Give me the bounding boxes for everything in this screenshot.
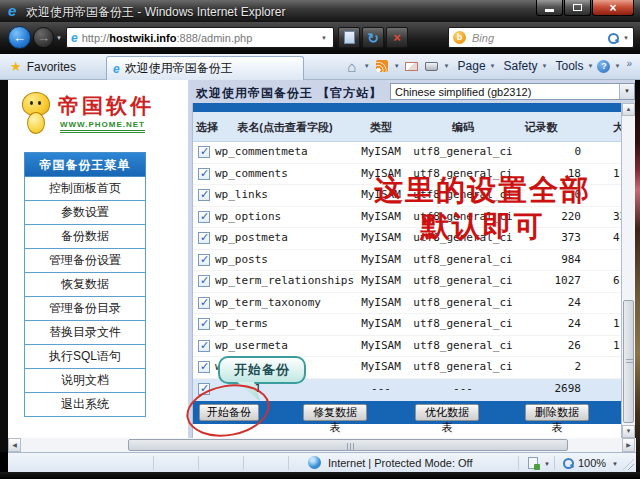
horizontal-scrollbar-thumb[interactable] bbox=[128, 439, 568, 451]
row-checkbox[interactable] bbox=[198, 254, 210, 266]
table-type: MyISAM bbox=[351, 360, 411, 373]
sidebar-menu-item[interactable]: 备份数据 bbox=[24, 225, 146, 249]
sidebar-menu-item[interactable]: 控制面板首页 bbox=[24, 177, 146, 201]
help-icon[interactable]: ? bbox=[597, 60, 610, 73]
scroll-down-icon[interactable]: ▼ bbox=[622, 425, 635, 438]
row-checkbox[interactable] bbox=[198, 361, 210, 373]
status-bar: Internet | Protected Mode: Off ▼ 100% ▼ bbox=[8, 452, 636, 472]
sidebar-menu-item[interactable]: 参数设置 bbox=[24, 201, 146, 225]
search-placeholder: Bing bbox=[472, 32, 494, 44]
print-icon[interactable] bbox=[424, 58, 440, 74]
table-name-link[interactable]: wp_options bbox=[215, 210, 281, 223]
smartscreen-dropdown-icon[interactable]: ▼ bbox=[544, 461, 550, 467]
back-button[interactable]: ← bbox=[8, 26, 31, 49]
scroll-up-icon[interactable]: ▲ bbox=[622, 103, 635, 116]
table-type: MyISAM bbox=[351, 317, 411, 330]
table-name-link[interactable]: wp_usermeta bbox=[215, 339, 288, 352]
minimize-button[interactable] bbox=[536, 0, 563, 16]
row-checkbox[interactable] bbox=[198, 275, 210, 287]
search-icon[interactable] bbox=[607, 32, 619, 44]
tools-dropdown-icon[interactable]: ▼ bbox=[588, 63, 594, 69]
table-row: wp_term_taxonomy MyISAM utf8_general_ci … bbox=[193, 293, 621, 315]
active-tab[interactable]: e 欢迎使用帝国备份王 bbox=[106, 56, 304, 80]
compatibility-view-button[interactable] bbox=[338, 27, 360, 48]
vertical-scrollbar-thumb[interactable] bbox=[623, 300, 634, 423]
address-dropdown-icon[interactable]: ▼ bbox=[319, 35, 329, 41]
row-checkbox[interactable] bbox=[198, 168, 210, 180]
email-icon[interactable] bbox=[404, 58, 420, 74]
resize-grip[interactable] bbox=[623, 459, 634, 470]
table-records: 24 bbox=[503, 317, 581, 330]
table-name-link[interactable]: wp_comments bbox=[215, 167, 288, 180]
refresh-button[interactable]: ↻ bbox=[362, 27, 384, 48]
tools-menu[interactable]: Tools bbox=[556, 59, 584, 73]
close-button[interactable]: × bbox=[592, 0, 634, 16]
page-dropdown-icon[interactable]: ▼ bbox=[490, 63, 496, 69]
sidebar-menu-item[interactable]: 说明文档 bbox=[24, 369, 146, 393]
charset-select[interactable]: Chinese simplified (gb2312) ▼ bbox=[390, 83, 635, 100]
favorites-button[interactable]: ★ Favorites bbox=[10, 59, 76, 74]
search-dropdown-icon[interactable]: ▼ bbox=[623, 35, 629, 41]
sidebar-menu-item[interactable]: 替换目录文件 bbox=[24, 321, 146, 345]
horizontal-scrollbar[interactable]: ◀ ▶ bbox=[8, 438, 636, 452]
row-checkbox[interactable] bbox=[198, 318, 210, 330]
row-checkbox[interactable] bbox=[198, 297, 210, 309]
vertical-scrollbar[interactable]: ▲ ▼ bbox=[622, 103, 635, 438]
maximize-button[interactable] bbox=[564, 0, 591, 16]
sidebar-menu-item[interactable]: 退出系统 bbox=[24, 393, 146, 417]
zone-status-text: Internet | Protected Mode: Off bbox=[328, 457, 473, 469]
url-host: hostwiki.info bbox=[109, 32, 176, 44]
table-name-link[interactable]: wp_postmeta bbox=[215, 231, 288, 244]
table-name-link[interactable]: wp_posts bbox=[215, 253, 268, 266]
table-name-link[interactable]: wp_links bbox=[215, 188, 268, 201]
rss-dropdown-icon[interactable]: ▼ bbox=[394, 63, 400, 69]
sidebar-menu-item[interactable]: 管理备份目录 bbox=[24, 297, 146, 321]
address-bar[interactable]: e http://hostwiki.info:888/admin.php ▼ bbox=[66, 27, 334, 48]
page-menu[interactable]: Page bbox=[458, 59, 486, 73]
stop-button[interactable]: × bbox=[386, 27, 408, 48]
repair-tables-button[interactable]: 修复数据表 bbox=[303, 404, 367, 421]
scroll-left-icon[interactable]: ◀ bbox=[8, 438, 21, 452]
table-size: 1 bbox=[613, 339, 622, 352]
smartscreen-icon[interactable] bbox=[528, 457, 538, 469]
row-checkbox[interactable] bbox=[198, 232, 210, 244]
charset-dropdown-icon[interactable]: ▼ bbox=[619, 84, 634, 99]
table-name-link[interactable]: wp_term_relationships bbox=[215, 274, 354, 287]
header-encoding: 编码 bbox=[415, 112, 511, 142]
ie-window: e 欢迎使用帝国备份王 - Windows Internet Explorer … bbox=[0, 0, 640, 479]
row-checkbox[interactable] bbox=[198, 211, 210, 223]
overflow-chevron-icon[interactable]: » bbox=[626, 58, 632, 69]
zoom-dropdown-icon[interactable]: ▼ bbox=[612, 461, 618, 467]
forward-button[interactable]: → bbox=[33, 27, 54, 48]
row-checkbox[interactable] bbox=[198, 189, 210, 201]
sidebar-menu-item[interactable]: 恢复数据 bbox=[24, 273, 146, 297]
table-encoding: utf8_general_ci bbox=[411, 274, 515, 287]
scroll-right-icon[interactable]: ▶ bbox=[622, 438, 635, 452]
search-box[interactable]: b Bing ▼ bbox=[448, 27, 634, 48]
table-name-link[interactable]: wp_commentmeta bbox=[215, 145, 308, 158]
history-dropdown-icon[interactable]: ▼ bbox=[56, 35, 62, 41]
table-size: 33 bbox=[613, 210, 622, 223]
home-icon[interactable]: ⌂ bbox=[344, 58, 360, 74]
title-bar: e 欢迎使用帝国备份王 - Windows Internet Explorer … bbox=[0, 0, 640, 22]
window-title: 欢迎使用帝国备份王 - Windows Internet Explorer bbox=[26, 4, 285, 21]
help-dropdown-icon[interactable]: ▼ bbox=[614, 63, 620, 69]
safety-menu[interactable]: Safety bbox=[504, 59, 538, 73]
sidebar-menu-item[interactable]: 执行SQL语句 bbox=[24, 345, 146, 369]
print-dropdown-icon[interactable]: ▼ bbox=[444, 63, 450, 69]
table-name-link[interactable]: wp_terms bbox=[215, 317, 268, 330]
table-records: 1027 bbox=[503, 274, 581, 287]
table-type: MyISAM bbox=[351, 339, 411, 352]
rss-icon[interactable] bbox=[374, 58, 390, 74]
zoom-level[interactable]: 100% bbox=[578, 457, 606, 469]
mascot-icon bbox=[18, 88, 56, 138]
home-dropdown-icon[interactable]: ▼ bbox=[364, 63, 370, 69]
row-checkbox[interactable] bbox=[198, 340, 210, 352]
sidebar-menu-item[interactable]: 管理备份设置 bbox=[24, 249, 146, 273]
zoom-icon[interactable] bbox=[562, 457, 574, 469]
row-checkbox[interactable] bbox=[198, 146, 210, 158]
table-name-link[interactable]: wp_term_taxonomy bbox=[215, 296, 321, 309]
safety-dropdown-icon[interactable]: ▼ bbox=[542, 63, 548, 69]
optimize-tables-button[interactable]: 优化数据表 bbox=[415, 404, 479, 421]
delete-tables-button[interactable]: 删除数据表 bbox=[525, 404, 589, 421]
